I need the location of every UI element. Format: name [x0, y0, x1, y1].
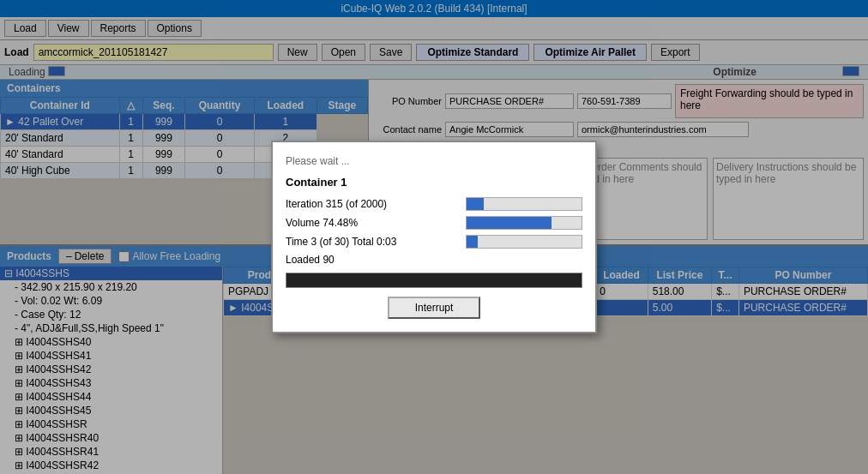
time-progress-fill [467, 236, 478, 248]
iteration-progress-fill [467, 198, 484, 210]
overall-progress-bar [286, 273, 582, 288]
time-row: Time 3 (of 30) Total 0:03 [286, 235, 582, 249]
modal-dialog: Please wait ... Container 1 Iteration 31… [271, 141, 597, 333]
iteration-row: Iteration 315 (of 2000) [286, 197, 582, 211]
volume-row-modal: Volume 74.48% [286, 216, 582, 230]
modal-please-wait: Please wait ... [286, 155, 582, 167]
modal-overlay: Please wait ... Container 1 Iteration 31… [0, 0, 868, 474]
volume-progress-fill [467, 217, 552, 229]
iteration-label: Iteration 315 (of 2000) [286, 198, 457, 210]
volume-progress-label: Volume 74.48% [286, 217, 457, 229]
volume-progress-container [466, 216, 582, 230]
time-progress-container [466, 235, 582, 249]
time-label: Time 3 (of 30) Total 0:03 [286, 236, 457, 248]
loaded-label: Loaded 90 [286, 254, 582, 266]
iteration-progress-container [466, 197, 582, 211]
modal-container-title: Container 1 [286, 176, 582, 189]
interrupt-button[interactable]: Interrupt [388, 297, 481, 319]
